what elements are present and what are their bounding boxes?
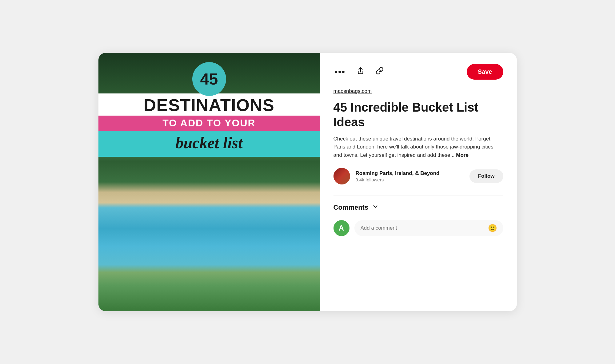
- pin-description: Check out these unique travel destinatio…: [333, 135, 503, 159]
- pin-card: 45 DESTINATIONS TO ADD TO YOUR bucket li…: [98, 53, 517, 311]
- author-avatar-image: [333, 168, 350, 184]
- toolbar: •••: [333, 64, 503, 80]
- author-name: Roaming Paris, Ireland, & Beyond: [356, 170, 464, 176]
- toolbar-left: •••: [333, 65, 385, 78]
- comment-user-avatar: A: [333, 220, 349, 236]
- author-row: Roaming Paris, Ireland, & Beyond 9.4k fo…: [333, 168, 503, 184]
- follow-button[interactable]: Follow: [469, 169, 503, 183]
- comment-input-wrapper: 🙂: [354, 220, 503, 236]
- share-icon: [357, 67, 365, 77]
- number-badge: 45: [192, 62, 226, 96]
- source-link[interactable]: mapsnbags.com: [333, 88, 503, 94]
- emoji-button[interactable]: 🙂: [488, 224, 497, 232]
- author-avatar: [333, 168, 350, 184]
- author-followers: 9.4k followers: [356, 177, 464, 182]
- destinations-label: DESTINATIONS: [107, 97, 311, 114]
- badge-number: 45: [200, 71, 218, 87]
- more-link[interactable]: More: [456, 152, 469, 158]
- cursive-text: bucket list: [175, 134, 242, 152]
- emoji-icon: 🙂: [488, 224, 497, 232]
- save-button[interactable]: Save: [467, 64, 503, 80]
- pink-bar: TO ADD TO YOUR: [98, 116, 320, 131]
- comments-label: Comments: [333, 204, 369, 212]
- comments-header[interactable]: Comments: [333, 203, 503, 212]
- comments-section: Comments A 🙂: [333, 196, 503, 236]
- cursive-block: bucket list: [98, 131, 320, 157]
- pink-bar-text: TO ADD TO YOUR: [162, 117, 255, 129]
- comment-input[interactable]: [361, 225, 485, 231]
- author-info: Roaming Paris, Ireland, & Beyond 9.4k fo…: [356, 170, 464, 182]
- title-block: DESTINATIONS: [98, 93, 320, 116]
- detail-panel: •••: [320, 53, 517, 311]
- chevron-down-icon: [372, 203, 379, 212]
- link-icon: [376, 67, 384, 77]
- copy-link-button[interactable]: [374, 65, 385, 78]
- share-button[interactable]: [355, 65, 366, 78]
- pin-title: 45 Incredible Bucket List Ideas: [333, 100, 503, 129]
- image-panel: 45 DESTINATIONS TO ADD TO YOUR bucket li…: [98, 53, 320, 311]
- more-icon: •••: [335, 67, 345, 77]
- pin-overlay: 45 DESTINATIONS TO ADD TO YOUR bucket li…: [98, 53, 320, 157]
- more-options-button[interactable]: •••: [333, 66, 347, 78]
- comment-input-row: A 🙂: [333, 220, 503, 236]
